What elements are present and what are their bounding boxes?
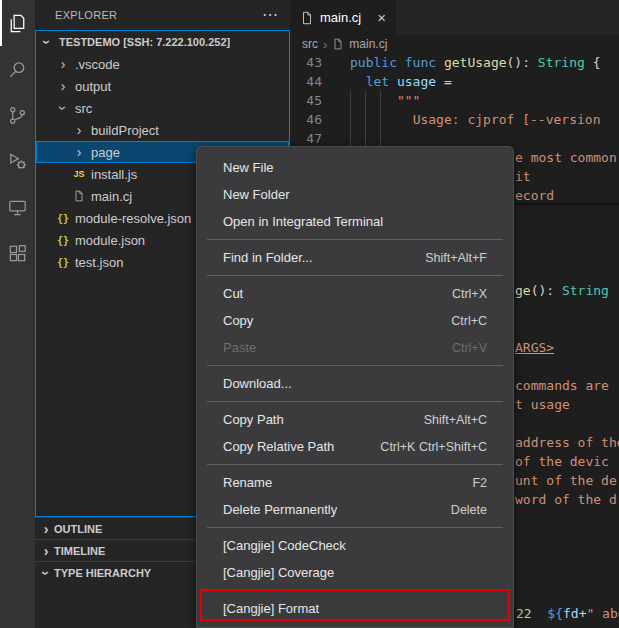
code-line: 43 public func getUsage(): String { — [290, 53, 619, 72]
tree-item-output[interactable]: › output — [36, 75, 289, 97]
shortcut-label: Delete — [451, 503, 487, 517]
menu-item-open-in-integrated-terminal[interactable]: Open in Integrated Terminal — [197, 208, 513, 235]
menu-item-copy-path[interactable]: Copy PathShift+Alt+C — [197, 406, 513, 433]
js-file-icon: JS — [71, 169, 87, 179]
code-text: let usage = — [336, 72, 452, 91]
code-fragment: ARGS> — [515, 338, 554, 357]
menu-separator — [207, 239, 503, 240]
chevron-right-icon: › — [71, 145, 87, 159]
tree-item-label: test.json — [75, 255, 123, 270]
file-icon — [332, 38, 344, 50]
tab-label: main.cj — [320, 10, 361, 25]
menu-item-cangjie-coverage[interactable]: [Cangjie] Coverage — [197, 559, 513, 586]
breadcrumb-folder[interactable]: src — [302, 37, 318, 51]
chevron-down-icon: › — [56, 100, 70, 116]
menu-item-rename[interactable]: RenameF2 — [197, 469, 513, 496]
file-icon — [71, 189, 87, 203]
tab-bar: main.cj × — [290, 0, 619, 35]
menu-item-copy-relative-path[interactable]: Copy Relative PathCtrl+K Ctrl+Shift+C — [197, 433, 513, 460]
shortcut-label: Ctrl+V — [452, 341, 487, 355]
chevron-right-icon: › — [323, 37, 327, 52]
section-label: OUTLINE — [54, 523, 102, 535]
run-and-debug-icon[interactable] — [0, 138, 35, 184]
activity-bar — [0, 0, 35, 628]
menu-item-delete-permanently[interactable]: Delete PermanentlyDelete — [197, 496, 513, 523]
more-actions-icon[interactable]: ⋯ — [262, 7, 278, 23]
indent-guide — [380, 91, 381, 146]
code-text: """ — [336, 91, 420, 110]
menu-item-new-folder[interactable]: New Folder — [197, 181, 513, 208]
menu-separator — [207, 275, 503, 276]
vscode-window: EXPLORER ⋯ › TESTDEMO [SSH: 7.222.100.25… — [0, 0, 619, 628]
menu-item-cangjie-format[interactable]: [Cangjie] Format — [197, 595, 513, 622]
chevron-right-icon: › — [55, 57, 71, 71]
tree-item-label: .vscode — [75, 57, 120, 72]
json-file-icon: {} — [55, 257, 71, 268]
code-fragment: 22 ${fd+" ab="}""" — [516, 604, 619, 623]
code-fragment: ge(): String — [515, 281, 609, 300]
menu-separator — [207, 365, 503, 366]
section-label: TIMELINE — [54, 545, 105, 557]
close-icon[interactable]: × — [377, 9, 386, 26]
tree-item-label: main.cj — [91, 189, 132, 204]
menu-item-find-in-folder[interactable]: Find in Folder...Shift+Alt+F — [197, 244, 513, 271]
code-fragment: t usage — [515, 395, 570, 414]
tree-item-label: module.json — [75, 233, 145, 248]
chevron-down-icon: › — [39, 565, 53, 581]
code-fragment: it — [515, 167, 531, 186]
context-menu: New File New Folder Open in Integrated T… — [196, 146, 514, 628]
chevron-right-icon: › — [38, 544, 54, 558]
explorer-icon[interactable] — [0, 0, 35, 46]
breadcrumb: src › main.cj — [290, 35, 619, 53]
menu-item-cangjie-codecheck[interactable]: [Cangjie] CodeCheck — [197, 532, 513, 559]
code-fragment: unt of the de — [515, 471, 617, 490]
chevron-down-icon: › — [40, 34, 54, 50]
shortcut-label: Ctrl+K Ctrl+Shift+C — [380, 440, 487, 454]
menu-item-download[interactable]: Download... — [197, 370, 513, 397]
code-area[interactable]: 43 public func getUsage(): String { 44 l… — [290, 53, 619, 148]
tree-item-buildproject[interactable]: › buildProject — [36, 119, 289, 141]
breadcrumb-file[interactable]: main.cj — [349, 37, 387, 51]
tree-item-label: src — [75, 101, 92, 116]
remote-explorer-icon[interactable] — [0, 184, 35, 230]
tree-item-label: module-resolve.json — [75, 211, 191, 226]
search-icon[interactable] — [0, 46, 35, 92]
source-control-icon[interactable] — [0, 92, 35, 138]
chevron-right-icon: › — [71, 123, 87, 137]
code-text: public func getUsage(): String { — [336, 53, 600, 72]
tree-item-vscode[interactable]: › .vscode — [36, 53, 289, 75]
code-fragment: of the devic — [515, 452, 609, 471]
json-file-icon: {} — [55, 213, 71, 224]
menu-item-new-file[interactable]: New File — [197, 154, 513, 181]
chevron-right-icon: › — [55, 79, 71, 93]
section-label: TYPE HIERARCHY — [54, 567, 151, 579]
tab-main-cj[interactable]: main.cj × — [290, 0, 396, 35]
code-fragment: address of the — [515, 433, 619, 452]
extensions-icon[interactable] — [0, 230, 35, 276]
menu-item-copy[interactable]: CopyCtrl+C — [197, 307, 513, 334]
menu-separator — [207, 401, 503, 402]
code-text: Usage: cjprof [--version — [336, 110, 600, 129]
file-icon — [300, 11, 314, 25]
code-line: 46 Usage: cjprof [--version — [290, 110, 619, 129]
editor-divider — [515, 203, 619, 205]
indent-guide — [365, 91, 366, 146]
sidebar-title: EXPLORER — [55, 9, 117, 21]
tree-item-label: output — [75, 79, 111, 94]
tree-item-label: buildProject — [91, 123, 159, 138]
indent-guide — [350, 91, 351, 146]
line-number: 45 — [290, 91, 336, 110]
shortcut-label: Ctrl+C — [451, 314, 487, 328]
tree-item-src[interactable]: › src — [36, 97, 289, 119]
code-fragment: commands are — [515, 376, 609, 395]
sidebar-header: EXPLORER ⋯ — [35, 0, 290, 30]
shortcut-label: Shift+Alt+F — [425, 251, 487, 265]
tree-root-testdemo[interactable]: › TESTDEMO [SSH: 7.222.100.252] — [36, 31, 289, 53]
code-fragment: word of the d — [515, 490, 617, 509]
line-number: 46 — [290, 110, 336, 129]
tree-root-label: TESTDEMO [SSH: 7.222.100.252] — [59, 36, 230, 48]
line-number: 44 — [290, 72, 336, 91]
json-file-icon: {} — [55, 235, 71, 246]
menu-item-paste: PasteCtrl+V — [197, 334, 513, 361]
menu-item-cut[interactable]: CutCtrl+X — [197, 280, 513, 307]
